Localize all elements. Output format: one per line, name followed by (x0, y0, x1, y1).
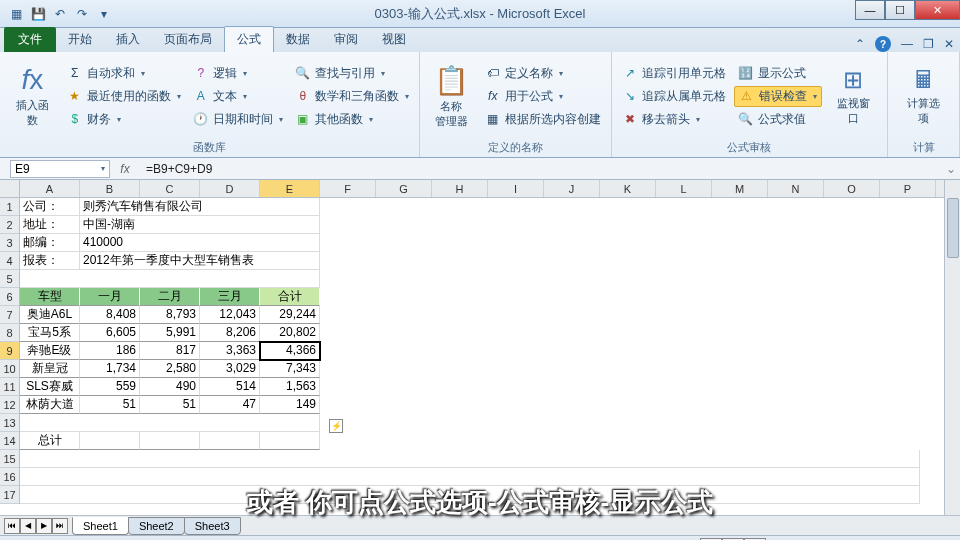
info-value[interactable]: 则秀汽车销售有限公司 (80, 198, 320, 216)
column-header[interactable]: F (320, 180, 376, 197)
minimize-button[interactable]: — (855, 0, 885, 20)
sheet-nav-last[interactable]: ⏭ (52, 518, 68, 534)
blank-cell[interactable] (20, 270, 320, 288)
row-header[interactable]: 4 (0, 252, 19, 270)
sheet-tab[interactable]: Sheet3 (184, 517, 241, 535)
column-header[interactable]: L (656, 180, 712, 197)
tab-layout[interactable]: 页面布局 (152, 27, 224, 52)
model-cell[interactable]: 宝马5系 (20, 324, 80, 342)
close-button[interactable]: ✕ (915, 0, 960, 20)
data-cell[interactable]: 3,029 (200, 360, 260, 378)
autosum-button[interactable]: Σ自动求和▾ (63, 63, 185, 84)
data-cell[interactable]: 6,605 (80, 324, 140, 342)
data-cell[interactable]: 47 (200, 396, 260, 414)
info-label[interactable]: 地址： (20, 216, 80, 234)
name-box[interactable]: E9▾ (10, 160, 110, 178)
row-header[interactable]: 7 (0, 306, 19, 324)
redo-icon[interactable]: ↷ (72, 4, 92, 24)
create-from-selection-button[interactable]: ▦根据所选内容创建 (481, 109, 605, 130)
ribbon-window-min-icon[interactable]: — (901, 37, 913, 51)
tab-home[interactable]: 开始 (56, 27, 104, 52)
other-functions-button[interactable]: ▣其他函数▾ (291, 109, 413, 130)
qat-dropdown-icon[interactable]: ▾ (94, 4, 114, 24)
tab-review[interactable]: 审阅 (322, 27, 370, 52)
data-cell[interactable] (140, 432, 200, 450)
calc-options-button[interactable]: 🖩 计算选项 (894, 54, 953, 138)
column-header[interactable]: C (140, 180, 200, 197)
column-header[interactable]: M (712, 180, 768, 197)
info-label[interactable]: 邮编： (20, 234, 80, 252)
blank-cell[interactable] (20, 450, 920, 468)
define-name-button[interactable]: 🏷定义名称▾ (481, 63, 605, 84)
data-cell[interactable]: 8,206 (200, 324, 260, 342)
total-cell[interactable]: 20,802 (260, 324, 320, 342)
smart-tag-icon[interactable]: ⚡ (329, 419, 343, 433)
column-header[interactable]: O (824, 180, 880, 197)
save-icon[interactable]: 💾 (28, 4, 48, 24)
model-cell[interactable]: 奔驰E级 (20, 342, 80, 360)
row-headers[interactable]: 1234567891011121314151617 (0, 198, 20, 504)
row-header[interactable]: 8 (0, 324, 19, 342)
undo-icon[interactable]: ↶ (50, 4, 70, 24)
tab-view[interactable]: 视图 (370, 27, 418, 52)
data-cell[interactable]: 186 (80, 342, 140, 360)
info-label[interactable]: 报表： (20, 252, 80, 270)
data-cell[interactable] (200, 432, 260, 450)
minimize-ribbon-icon[interactable]: ⌃ (855, 37, 865, 51)
column-header[interactable]: G (376, 180, 432, 197)
table-header[interactable]: 一月 (80, 288, 140, 306)
model-cell[interactable]: 林荫大道 (20, 396, 80, 414)
watch-window-button[interactable]: ⊞ 监视窗口 (826, 54, 881, 138)
column-header[interactable]: N (768, 180, 824, 197)
total-cell[interactable]: 29,244 (260, 306, 320, 324)
trace-dependents-button[interactable]: ↘追踪从属单元格 (618, 86, 730, 107)
financial-button[interactable]: $财务▾ (63, 109, 185, 130)
ribbon-window-restore-icon[interactable]: ❐ (923, 37, 934, 51)
data-cell[interactable]: 514 (200, 378, 260, 396)
formula-input[interactable]: =B9+C9+D9 (140, 162, 960, 176)
data-cell[interactable]: 559 (80, 378, 140, 396)
total-cell[interactable]: 4,366 (260, 342, 320, 360)
column-header[interactable]: J (544, 180, 600, 197)
sheet-nav-first[interactable]: ⏮ (4, 518, 20, 534)
row-header[interactable]: 1 (0, 198, 19, 216)
row-header[interactable]: 5 (0, 270, 19, 288)
data-cell[interactable]: 2,580 (140, 360, 200, 378)
column-header[interactable]: K (600, 180, 656, 197)
data-cell[interactable] (80, 432, 140, 450)
row-header[interactable]: 3 (0, 234, 19, 252)
info-value[interactable]: 410000 (80, 234, 320, 252)
remove-arrows-button[interactable]: ✖移去箭头▾ (618, 109, 730, 130)
blank-cell[interactable] (20, 414, 320, 432)
row-header[interactable]: 15 (0, 450, 19, 468)
column-headers[interactable]: ABCDEFGHIJKLMNOP (0, 180, 960, 198)
show-formulas-button[interactable]: 🔢显示公式 (734, 63, 822, 84)
data-cell[interactable]: 51 (140, 396, 200, 414)
trace-precedents-button[interactable]: ↗追踪引用单元格 (618, 63, 730, 84)
table-header[interactable]: 二月 (140, 288, 200, 306)
vertical-scrollbar[interactable] (944, 180, 960, 515)
info-value[interactable]: 2012年第一季度中大型车销售表 (80, 252, 320, 270)
tab-insert[interactable]: 插入 (104, 27, 152, 52)
row-header[interactable]: 10 (0, 360, 19, 378)
name-manager-button[interactable]: 📋 名称 管理器 (426, 54, 477, 138)
model-cell[interactable]: SLS赛威 (20, 378, 80, 396)
help-icon[interactable]: ? (875, 36, 891, 52)
column-header[interactable]: P (880, 180, 936, 197)
math-button[interactable]: θ数学和三角函数▾ (291, 86, 413, 107)
data-cell[interactable]: 3,363 (200, 342, 260, 360)
use-in-formula-button[interactable]: fx用于公式▾ (481, 86, 605, 107)
column-header[interactable]: E (260, 180, 320, 197)
table-header[interactable]: 三月 (200, 288, 260, 306)
text-button[interactable]: A文本▾ (189, 86, 287, 107)
tab-data[interactable]: 数据 (274, 27, 322, 52)
column-header[interactable]: H (432, 180, 488, 197)
lookup-button[interactable]: 🔍查找与引用▾ (291, 63, 413, 84)
sheet-nav-next[interactable]: ▶ (36, 518, 52, 534)
tab-file[interactable]: 文件 (4, 27, 56, 52)
data-cell[interactable]: 490 (140, 378, 200, 396)
insert-function-button[interactable]: fx 插入函数 (6, 54, 59, 138)
data-cell[interactable]: 51 (80, 396, 140, 414)
maximize-button[interactable]: ☐ (885, 0, 915, 20)
row-header[interactable]: 9 (0, 342, 19, 360)
